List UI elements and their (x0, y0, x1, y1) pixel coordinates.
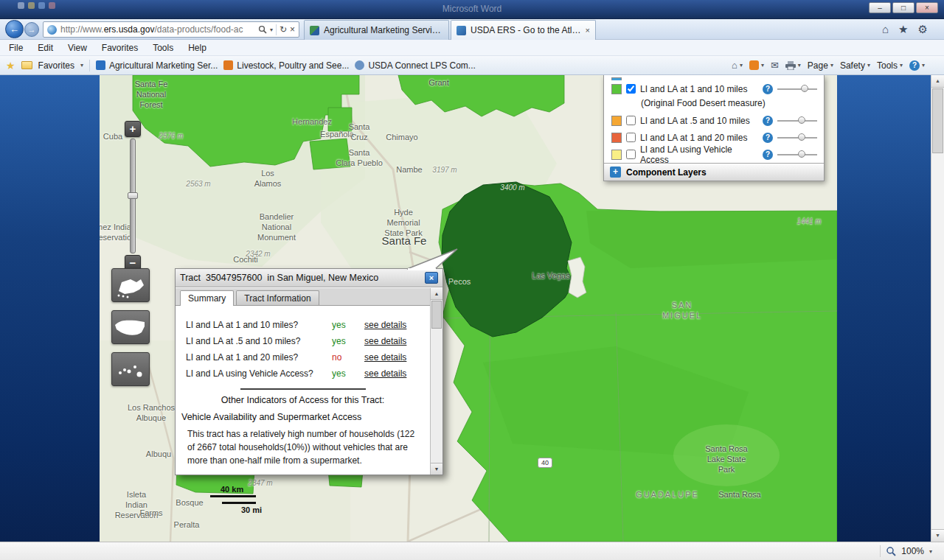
see-details-link[interactable]: see details (364, 352, 406, 363)
scroll-thumb[interactable] (932, 88, 943, 153)
continental-us-extent-button[interactable] (111, 310, 150, 344)
home-menu[interactable]: ⌂▾ (732, 60, 743, 71)
minimize-button[interactable]: – (869, 2, 891, 13)
popup-close-button[interactable]: × (425, 272, 438, 284)
tools-menu[interactable]: Tools▾ (877, 60, 903, 71)
zoom-level[interactable]: 100% (901, 546, 924, 556)
indicator-question: LI and LA at 1 and 20 miles? (186, 352, 332, 363)
gear-icon[interactable]: ⚙ (918, 23, 928, 36)
scroll-up-icon[interactable]: ▲ (931, 75, 944, 88)
feeds-menu[interactable]: ▾ (749, 60, 764, 70)
page-menu[interactable]: Page▾ (808, 60, 833, 71)
scroll-up-icon[interactable]: ▲ (431, 288, 442, 300)
slider-handle[interactable] (798, 133, 805, 141)
tab-usda-ers-atlas[interactable]: USDA ERS - Go to the Atlas × (451, 20, 596, 40)
food-access-atlas-map[interactable]: Santa Fe National Forest Grant Cuba Hern… (100, 75, 837, 542)
see-details-link[interactable]: see details (364, 368, 406, 379)
menu-file[interactable]: File (9, 43, 23, 53)
back-button[interactable]: ← (5, 20, 24, 38)
layer-opacity-slider[interactable] (777, 133, 817, 142)
page-scrollbar[interactable]: ▲ ▼ (931, 75, 944, 542)
layer-checkbox[interactable] (626, 116, 636, 125)
alaska-extent-button[interactable] (111, 268, 150, 302)
menu-edit[interactable]: Edit (38, 43, 53, 53)
search-icon[interactable] (258, 25, 267, 34)
indicator-question: LI and LA at 1 and 10 miles? (186, 320, 332, 330)
menu-favorites[interactable]: Favorites (102, 43, 138, 53)
print-menu[interactable]: ▾ (785, 61, 801, 70)
browser-navbar: ← → http://www.ers.usda.gov/data-product… (0, 19, 944, 40)
map-zoom-slider[interactable]: + − (124, 121, 142, 271)
layer-panel: LI and LA at 1 and 10 miles ? (Original … (603, 75, 825, 181)
see-details-link[interactable]: see details (364, 336, 406, 346)
tab-close-icon[interactable]: × (586, 26, 590, 35)
food-desert-polygon[interactable] (310, 139, 350, 169)
scroll-down-icon[interactable]: ▼ (931, 529, 944, 542)
help-icon[interactable]: ? (763, 84, 773, 94)
scroll-thumb[interactable] (431, 301, 442, 329)
zoom-in-button[interactable]: + (125, 121, 141, 137)
zoom-track[interactable] (130, 139, 136, 253)
favorites-label[interactable]: Favorites (38, 60, 74, 71)
slider-handle[interactable] (801, 85, 808, 92)
zoom-caret-icon[interactable]: ▾ (929, 548, 932, 555)
forward-button[interactable]: → (24, 22, 39, 37)
slider-handle[interactable] (798, 116, 805, 124)
tab-agricultural-marketing[interactable]: Agricultural Marketing Service ... (304, 20, 449, 40)
food-desert-polygon[interactable] (328, 108, 352, 131)
layer-opacity-slider[interactable] (777, 85, 817, 94)
taskbar-icon (28, 2, 35, 9)
refresh-icon[interactable]: ↻ (280, 24, 287, 35)
help-menu[interactable]: ?▾ (909, 60, 925, 71)
slider-handle[interactable] (798, 150, 805, 158)
help-icon[interactable]: ? (763, 150, 773, 160)
zoom-handle[interactable] (128, 192, 138, 199)
menu-help[interactable]: Help (188, 43, 206, 53)
indicator-answer: yes (332, 336, 364, 346)
layer-note: (Original Food Desert measure) (604, 97, 824, 112)
close-button[interactable]: × (916, 2, 938, 13)
favorite-item-usda-connect[interactable]: USDA Connect LPS Com... (355, 60, 475, 71)
component-layers-bar[interactable]: + Component Layers (604, 163, 824, 181)
favorites-caret-icon[interactable]: ▾ (80, 62, 83, 69)
help-icon[interactable]: ? (763, 116, 773, 126)
component-layers-label: Component Layers (626, 167, 707, 178)
safety-menu[interactable]: Safety▾ (840, 60, 870, 71)
favorite-item-ams[interactable]: Agricultural Marketing Ser... (96, 60, 218, 71)
layer-opacity-slider[interactable] (777, 150, 817, 159)
home-icon[interactable]: ⌂ (882, 23, 889, 36)
layer-row: LI and LA using Vehicle Access ? (604, 146, 824, 163)
help-icon[interactable]: ? (763, 133, 773, 143)
search-caret-icon[interactable]: ▾ (270, 27, 273, 33)
see-details-link[interactable]: see details (364, 320, 406, 330)
layer-label: LI and LA at 1 and 10 miles (640, 84, 758, 94)
favorites-folder-icon[interactable] (21, 61, 32, 69)
layer-checkbox[interactable] (626, 133, 636, 142)
taskbar-icon (38, 2, 45, 9)
background-window-title: Microsoft Word (442, 4, 502, 14)
popup-scrollbar[interactable]: ▲ ▼ (430, 288, 442, 475)
favorites-star-icon[interactable]: ★ (898, 23, 908, 36)
layer-opacity-slider[interactable] (777, 116, 817, 125)
layer-checkbox[interactable] (626, 150, 636, 159)
layer-swatch (611, 133, 622, 143)
tab-summary[interactable]: Summary (180, 290, 234, 306)
layer-checkbox[interactable] (626, 84, 636, 94)
expand-icon[interactable]: + (610, 167, 621, 178)
mail-icon[interactable]: ✉ (771, 60, 779, 71)
menu-tools[interactable]: Tools (153, 43, 173, 53)
maximize-button[interactable]: □ (892, 2, 914, 13)
popup-pointer (406, 248, 463, 270)
favorite-item-livestock[interactable]: Livestock, Poultry and See... (223, 60, 349, 71)
stop-icon[interactable]: × (290, 24, 295, 35)
menu-view[interactable]: View (68, 43, 87, 53)
tab-tract-information[interactable]: Tract Information (236, 290, 319, 305)
add-favorite-star-icon[interactable]: ★ (6, 60, 15, 71)
popup-titlebar[interactable]: Tract 35047957600 in San Miguel, New Mex… (176, 269, 442, 287)
address-bar[interactable]: http://www.ers.usda.gov/data-products/fo… (43, 21, 299, 38)
url-text[interactable]: http://www.ers.usda.gov/data-products/fo… (60, 24, 254, 35)
hawaii-extent-button[interactable] (111, 352, 150, 386)
indicator-question: LI and LA using Vehicle Access? (186, 368, 332, 379)
window-titlebar: Microsoft Word – □ × (0, 0, 944, 19)
scroll-down-icon[interactable]: ▼ (431, 463, 442, 475)
